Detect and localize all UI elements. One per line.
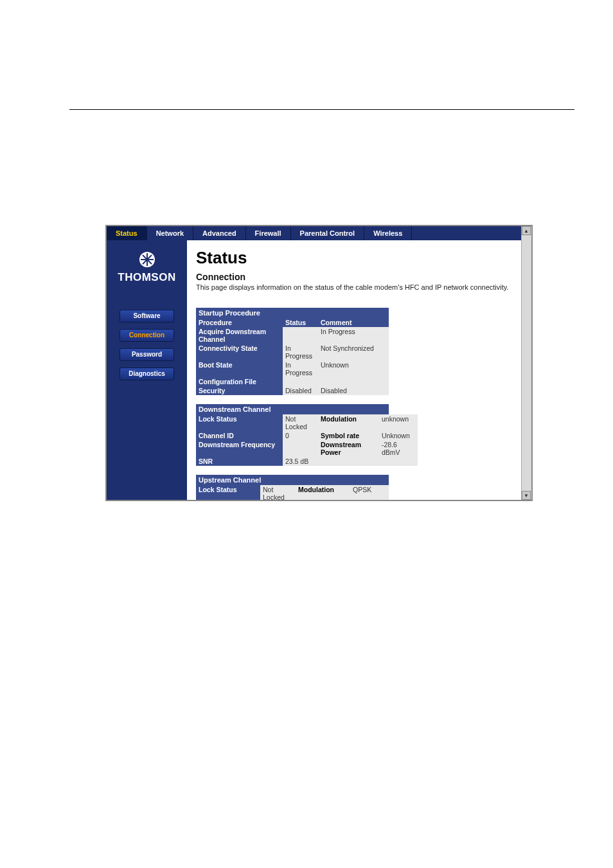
- col-procedure: Procedure: [196, 318, 283, 327]
- page-subtitle: Connection: [196, 272, 525, 282]
- startup-table: Procedure Status Comment Acquire Downstr…: [196, 318, 389, 395]
- ds-label: Downstream Frequency: [196, 440, 283, 457]
- proc-comment: Unknown: [318, 360, 389, 377]
- table-row: Connectivity State In Progress Not Synch…: [196, 344, 389, 360]
- ds-value: [379, 457, 418, 466]
- sidebar-item-diagnostics[interactable]: Diagnostics: [120, 368, 174, 380]
- ds-label: Channel ID: [196, 431, 283, 440]
- us-label: Modulation: [296, 485, 350, 500]
- nav-status[interactable]: Status: [107, 226, 147, 240]
- col-comment: Comment: [318, 318, 389, 327]
- proc-label: Boot State: [196, 360, 283, 377]
- ds-value: Unknown: [379, 431, 418, 440]
- brand-name: THOMSON: [118, 271, 175, 284]
- proc-status: Disabled: [283, 386, 318, 395]
- ds-value: 23.5 dB: [283, 457, 318, 466]
- sidebar-item-connection[interactable]: Connection: [120, 329, 174, 342]
- sidebar: THOMSON Software Connection Password Dia…: [107, 240, 187, 500]
- sidebar-item-password[interactable]: Password: [120, 348, 174, 361]
- scroll-down-button[interactable]: ▼: [522, 491, 531, 500]
- nav-network[interactable]: Network: [147, 226, 193, 240]
- upstream-table: Lock Status Not Locked Modulation QPSK: [196, 485, 389, 500]
- thomson-logo-icon: [137, 251, 157, 269]
- browser-viewport: Status Network Advanced Firewall Parenta…: [105, 225, 533, 501]
- table-row: Lock Status Not Locked Modulation QPSK: [196, 485, 389, 500]
- ds-label: Lock Status: [196, 414, 283, 431]
- proc-label: Security: [196, 386, 283, 395]
- sidebar-item-software[interactable]: Software: [120, 310, 174, 323]
- proc-comment: Disabled: [318, 386, 389, 395]
- table-row: Downstream Frequency Downstream Power -2…: [196, 440, 418, 457]
- content-pane: Status Connection This page displays inf…: [187, 240, 531, 500]
- ds-value: 0: [283, 431, 318, 440]
- ds-label: Symbol rate: [318, 431, 379, 440]
- table-row: Security Disabled Disabled: [196, 386, 389, 395]
- ds-value: unknown: [379, 414, 418, 431]
- table-row: Lock Status Not Locked Modulation unknow…: [196, 414, 418, 431]
- ds-label: [318, 457, 379, 466]
- proc-comment: In Progress: [318, 327, 389, 344]
- downstream-heading: Downstream Channel: [196, 404, 389, 414]
- upstream-channel-section: Upstream Channel Lock Status Not Locked …: [196, 474, 525, 500]
- ds-label: SNR: [196, 457, 283, 466]
- table-row: Channel ID 0 Symbol rate Unknown: [196, 431, 418, 440]
- us-value: Not Locked: [260, 485, 296, 500]
- proc-status: [283, 327, 318, 344]
- table-row: SNR 23.5 dB: [196, 457, 418, 466]
- vertical-scrollbar[interactable]: ▲ ▼: [521, 226, 531, 500]
- ds-label: Downstream Power: [318, 440, 379, 457]
- proc-status: In Progress: [283, 344, 318, 360]
- startup-procedure-section: Startup Procedure Procedure Status Comme…: [196, 306, 525, 395]
- downstream-table: Lock Status Not Locked Modulation unknow…: [196, 414, 418, 466]
- scroll-up-button[interactable]: ▲: [522, 226, 531, 235]
- proc-status: In Progress: [283, 360, 318, 377]
- page-divider: [69, 109, 574, 110]
- proc-label: Configuration File: [196, 377, 283, 386]
- startup-heading: Startup Procedure: [196, 308, 389, 318]
- nav-wireless[interactable]: Wireless: [364, 226, 412, 240]
- nav-firewall[interactable]: Firewall: [246, 226, 291, 240]
- nav-parental-control[interactable]: Parental Control: [291, 226, 365, 240]
- ds-value: [283, 440, 318, 457]
- us-label: Lock Status: [196, 485, 260, 500]
- proc-label: Acquire Downstream Channel: [196, 327, 283, 344]
- table-row: Acquire Downstream Channel In Progress: [196, 327, 389, 344]
- us-value: QPSK: [350, 485, 389, 500]
- page-description: This page displays information on the st…: [196, 283, 525, 292]
- proc-comment: [318, 377, 389, 386]
- table-row: Boot State In Progress Unknown: [196, 360, 389, 377]
- table-row: Configuration File: [196, 377, 389, 386]
- proc-status: [283, 377, 318, 386]
- sidebar-links: Software Connection Password Diagnostics: [107, 310, 187, 380]
- downstream-channel-section: Downstream Channel Lock Status Not Locke…: [196, 403, 525, 466]
- proc-comment: Not Synchronized: [318, 344, 389, 360]
- upstream-heading: Upstream Channel: [196, 475, 389, 485]
- nav-advanced[interactable]: Advanced: [193, 226, 246, 240]
- page-title: Status: [196, 248, 525, 268]
- ds-label: Modulation: [318, 414, 379, 431]
- ds-value: -28.6 dBmV: [379, 440, 418, 457]
- proc-label: Connectivity State: [196, 344, 283, 360]
- ds-value: Not Locked: [283, 414, 318, 431]
- main-area: THOMSON Software Connection Password Dia…: [107, 240, 531, 500]
- col-status: Status: [283, 318, 318, 327]
- top-navigation: Status Network Advanced Firewall Parenta…: [107, 226, 531, 240]
